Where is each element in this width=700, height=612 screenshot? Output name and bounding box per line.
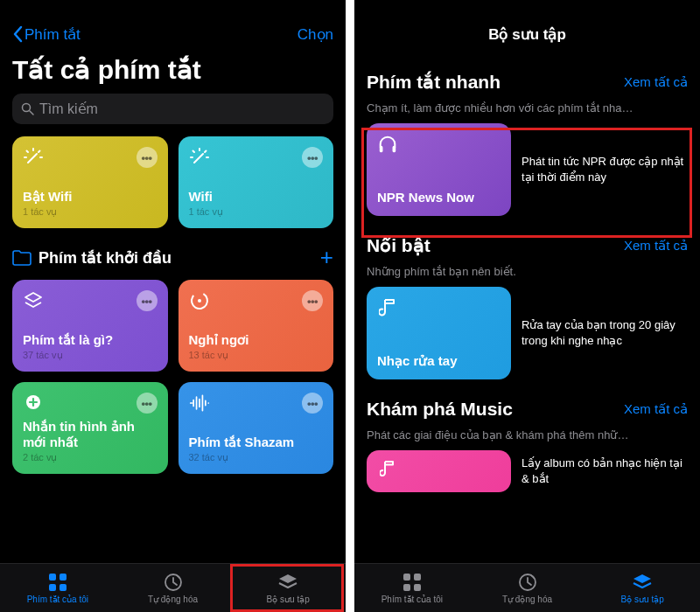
- card-title: Wifi: [189, 189, 324, 205]
- card-subtitle: 37 tác vụ: [23, 350, 158, 361]
- more-icon[interactable]: •••: [302, 290, 323, 311]
- tab-gallery[interactable]: Bộ sưu tập: [584, 564, 700, 612]
- card-subtitle: 32 tác vụ: [189, 452, 324, 463]
- tab-bar: Phím tắt của tôi Tự động hóa Bộ sưu tập: [354, 563, 700, 612]
- starter-grid: ••• Phím tắt là gì? 37 tác vụ ••• Nghỉ n…: [0, 280, 346, 486]
- section-title: Phím tắt nhanh: [367, 72, 500, 93]
- tab-automation[interactable]: Tự động hóa: [116, 564, 231, 612]
- svg-rect-7: [49, 584, 56, 591]
- clock-icon: [517, 572, 538, 593]
- nav-bar: Bộ sưu tập: [354, 17, 700, 51]
- shortcut-card-bat-wifi[interactable]: ••• Bật Wifi 1 tác vụ: [12, 136, 168, 228]
- tab-my-shortcuts[interactable]: Phím tắt của tôi: [0, 564, 116, 612]
- card-title: Phím tắt Shazam: [189, 435, 324, 450]
- see-all-link[interactable]: Xem tất cả: [624, 74, 688, 90]
- more-icon[interactable]: •••: [302, 147, 323, 168]
- section-header-starter: Phím tắt khởi đầu +: [0, 240, 346, 280]
- svg-rect-11: [393, 146, 396, 152]
- gallery-icon: [632, 572, 653, 593]
- svg-line-1: [30, 111, 33, 115]
- card-description: Lấy album có bản nhạc hiện tại & bắt: [522, 456, 688, 486]
- tab-label: Phím tắt của tôi: [27, 595, 88, 604]
- card-subtitle: 13 tác vụ: [189, 350, 324, 361]
- add-button[interactable]: +: [320, 244, 333, 271]
- page-title: Tất cả phím tắt: [0, 51, 346, 94]
- wand-icon: [189, 147, 210, 168]
- section-quick-shortcuts: Phím tắt nhanh Xem tất cả: [354, 68, 700, 101]
- svg-rect-5: [49, 574, 56, 581]
- gallery-icon: [277, 572, 298, 593]
- gallery-row: NPR News Now Phát tin tức NPR được cập n…: [354, 123, 700, 232]
- status-bar: [354, 0, 700, 17]
- section-desc: Phát các giai điệu của bạn & khám phá th…: [354, 428, 700, 450]
- select-button[interactable]: Chọn: [298, 25, 333, 44]
- timer-icon: [189, 290, 210, 311]
- see-all-link[interactable]: Xem tất cả: [624, 238, 688, 254]
- more-icon[interactable]: •••: [136, 147, 158, 168]
- card-description: Phát tin tức NPR được cập nhật tại thời …: [522, 154, 688, 184]
- card-subtitle: 1 tác vụ: [23, 206, 158, 218]
- tab-label: Bộ sưu tập: [267, 595, 310, 604]
- card-title: Nhắn tin hình ảnh mới nhất: [23, 419, 158, 450]
- nav-bar: Phím tắt Chọn: [0, 17, 346, 51]
- card-description: Rửa tay của bạn trong 20 giây trong khi …: [522, 317, 688, 348]
- gallery-row: Lấy album có bản nhạc hiện tại & bắt: [354, 450, 700, 492]
- section-featured: Nổi bật Xem tất cả: [354, 232, 700, 265]
- section-title: Nổi bật: [367, 235, 430, 256]
- shortcut-card-send-image[interactable]: ••• Nhắn tin hình ảnh mới nhất 2 tác vụ: [12, 382, 168, 474]
- gallery-card-music[interactable]: [367, 450, 511, 492]
- more-icon[interactable]: •••: [136, 290, 158, 311]
- shortcut-card-rest[interactable]: ••• Nghỉ ngơi 13 tác vụ: [178, 280, 334, 372]
- music-note-icon: [377, 459, 398, 480]
- tab-gallery[interactable]: Bộ sưu tập: [230, 564, 346, 612]
- waveform-icon: [189, 393, 210, 414]
- svg-rect-13: [414, 574, 421, 581]
- music-note-icon: [377, 297, 398, 318]
- card-title: Nghỉ ngơi: [189, 332, 324, 348]
- clock-icon: [163, 572, 184, 593]
- tab-label: Phím tắt của tôi: [382, 595, 443, 604]
- tab-label: Bộ sưu tập: [621, 595, 664, 604]
- section-explore-music: Khám phá Music Xem tất cả: [354, 395, 700, 428]
- layers-icon: [23, 290, 44, 311]
- all-shortcuts-grid: ••• Bật Wifi 1 tác vụ ••• Wifi 1 tác vụ: [0, 136, 346, 240]
- tab-bar: Phím tắt của tôi Tự động hóa Bộ sưu tập: [0, 563, 346, 612]
- svg-rect-6: [60, 574, 66, 581]
- gallery-card-npr[interactable]: NPR News Now: [367, 123, 511, 216]
- tab-label: Tự động hóa: [148, 595, 198, 604]
- svg-rect-12: [403, 574, 410, 581]
- shortcut-card-wifi[interactable]: ••• Wifi 1 tác vụ: [178, 136, 334, 228]
- search-placeholder: Tìm kiếm: [39, 101, 98, 117]
- chevron-left-icon: [12, 25, 23, 43]
- message-plus-icon: [23, 393, 44, 414]
- tab-label: Tự động hóa: [502, 595, 552, 604]
- more-icon[interactable]: •••: [136, 393, 158, 414]
- folder-icon: [12, 250, 32, 266]
- svg-rect-14: [403, 584, 410, 591]
- back-label: Phím tắt: [24, 25, 80, 44]
- headphones-icon: [377, 134, 398, 155]
- section-title: Khám phá Music: [367, 399, 513, 420]
- search-icon: [21, 102, 34, 115]
- shortcut-card-shazam[interactable]: ••• Phím tắt Shazam 32 tác vụ: [178, 382, 334, 474]
- svg-point-3: [198, 299, 201, 303]
- gallery-card-handwash[interactable]: Nhạc rửa tay: [367, 287, 511, 379]
- phone-left: Phím tắt Chọn Tất cả phím tắt Tìm kiếm •…: [0, 0, 346, 612]
- svg-rect-8: [60, 584, 66, 591]
- svg-point-0: [23, 104, 31, 112]
- tab-automation[interactable]: Tự động hóa: [470, 564, 585, 612]
- back-button[interactable]: Phím tắt: [12, 25, 80, 44]
- more-icon[interactable]: •••: [302, 393, 323, 414]
- phone-right: Bộ sưu tập Phím tắt nhanh Xem tất cả Chạ…: [354, 0, 700, 612]
- shortcut-card-what-is[interactable]: ••• Phím tắt là gì? 37 tác vụ: [12, 280, 168, 372]
- card-title: Bật Wifi: [23, 189, 158, 205]
- status-bar: [0, 0, 346, 17]
- see-all-link[interactable]: Xem tất cả: [624, 401, 688, 417]
- tab-my-shortcuts[interactable]: Phím tắt của tôi: [354, 564, 470, 612]
- gallery-row: Nhạc rửa tay Rửa tay của bạn trong 20 gi…: [354, 287, 700, 395]
- section-desc: Những phím tắt bạn nên biết.: [354, 265, 700, 287]
- card-title: Phím tắt là gì?: [23, 332, 158, 348]
- nav-title: Bộ sưu tập: [402, 25, 653, 44]
- section-title: Phím tắt khởi đầu: [38, 248, 172, 268]
- search-input[interactable]: Tìm kiếm: [12, 94, 333, 124]
